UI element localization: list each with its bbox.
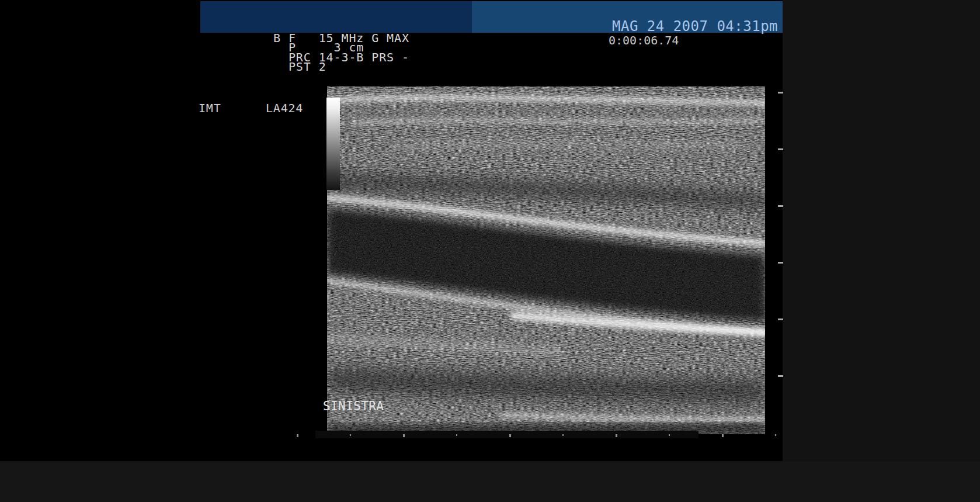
ruler-tick: [616, 434, 617, 437]
ruler-tick: [403, 434, 405, 437]
depth-tick: [778, 205, 783, 207]
osd-datetime: MAG 24 2007 04:31pm: [612, 19, 778, 33]
ruler-tick: [350, 434, 351, 436]
ruler-tick: [297, 434, 298, 437]
osd-header-bar-left: [200, 1, 472, 33]
depth-tick: [778, 318, 783, 320]
grayscale-calibration-bar: [326, 98, 340, 190]
ruler-tick: [775, 434, 776, 436]
ultrasound-image: [327, 86, 765, 434]
depth-tick: [778, 375, 783, 377]
depth-tick: [778, 148, 783, 150]
osd-elapsed-time: 0:00:06.74: [609, 34, 679, 46]
osd-acquisition-params: B F 15 MHz G MAX P 3 cm PRC 14-3-B PRS -…: [273, 33, 409, 71]
ruler-tick: [509, 434, 511, 437]
side-label: SINISTRA: [323, 399, 384, 413]
depth-tick: [778, 262, 783, 264]
ruler-tick: [669, 434, 670, 436]
ruler-tick: [456, 434, 457, 436]
ruler-tick: [722, 434, 724, 437]
probe-label: LA424: [266, 101, 303, 115]
depth-tick: [778, 92, 783, 94]
video-surface[interactable]: MAG 24 2007 04:31pm 0:00:06.74 B F 15 MH…: [186, 0, 783, 461]
player-control-bar: 1x 00:02.640 00:19.680: [0, 461, 980, 502]
measure-mode-label: IMT: [199, 101, 221, 115]
media-player: { "video": { "osd": { "datetime": "MAG 2…: [0, 0, 980, 502]
image-bottom-strip: [315, 431, 698, 438]
ruler-tick: [562, 434, 564, 436]
right-gutter: [783, 0, 980, 461]
